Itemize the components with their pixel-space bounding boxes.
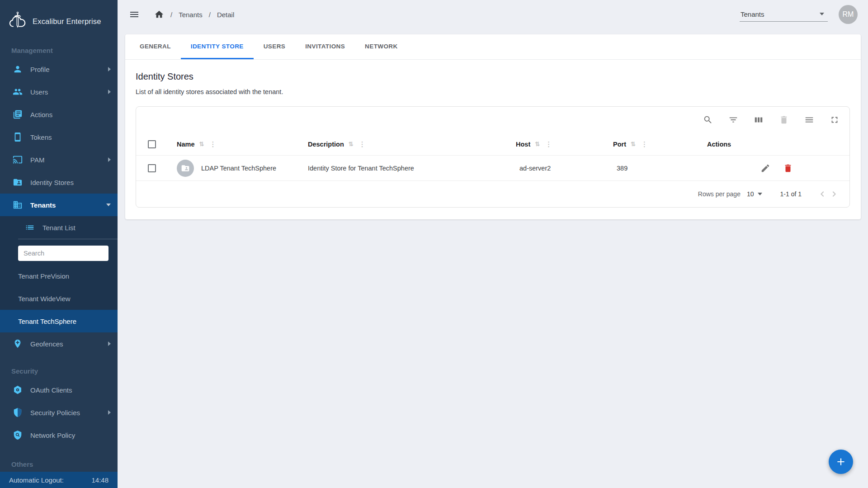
table-row[interactable]: LDAP Tenant TechSphere Identity Store fo…: [136, 156, 849, 181]
row-checkbox[interactable]: [148, 164, 156, 172]
tab-identity-store[interactable]: IDENTITY STORE: [181, 34, 254, 59]
rows-per-page-select[interactable]: 10: [747, 190, 762, 198]
brand: Excalibur Enterprise: [0, 0, 118, 43]
sidebar-item-tokens[interactable]: Tokens: [0, 126, 118, 148]
previous-page-button[interactable]: [817, 188, 829, 200]
arrow-drop-down-icon: [820, 13, 824, 15]
column-header-port[interactable]: Port ⇅ ⋮: [613, 140, 703, 148]
arrow-drop-down-icon: [758, 193, 762, 195]
delete-row-button[interactable]: [783, 163, 793, 173]
sidebar-item-actions[interactable]: Actions: [0, 103, 118, 126]
sidebar-item-pam[interactable]: PAM: [0, 148, 118, 171]
cell-description: Identity Store for Tenant TechSphere: [308, 165, 516, 172]
sort-icon[interactable]: ⇅: [199, 141, 204, 147]
hamburger-icon: [129, 9, 140, 20]
column-header-actions: Actions: [703, 141, 849, 148]
auto-logout-timer: 14:48: [91, 476, 108, 484]
context-select-value: Tenants: [741, 10, 764, 18]
select-all-checkbox[interactable]: [148, 140, 156, 148]
sidebar-item-oauth-clients[interactable]: OAuth Clients: [0, 379, 118, 401]
tenant-item-prevision[interactable]: Tenant PreVision: [0, 265, 118, 287]
sidebar-item-tenant-list[interactable]: Tenant List: [0, 216, 118, 239]
topbar: / Tenants / Detail Tenants RM: [118, 0, 868, 29]
sidebar-item-users[interactable]: Users: [0, 81, 118, 103]
density-icon: [804, 115, 814, 125]
sidebar-item-tenants[interactable]: Tenants: [0, 194, 118, 216]
tenant-search-input[interactable]: [18, 246, 108, 261]
cast-icon: [13, 155, 23, 165]
home-icon: [154, 9, 164, 19]
context-select[interactable]: Tenants: [740, 8, 828, 22]
tenant-item-techsphere[interactable]: Tenant TechSphere: [0, 310, 118, 332]
menu-toggle-button[interactable]: [129, 8, 142, 21]
policy-shield-icon: [13, 430, 23, 440]
trash-icon: [783, 163, 793, 173]
tenant-item-wideview[interactable]: Tenant WideView: [0, 287, 118, 310]
person-icon: [13, 64, 23, 74]
search-button[interactable]: [703, 115, 713, 125]
sidebar-item-profile[interactable]: Profile: [0, 58, 118, 81]
tab-bar: GENERAL IDENTITY STORE USERS INVITATIONS…: [125, 34, 861, 60]
fullscreen-icon: [830, 115, 840, 125]
filter-icon: [728, 115, 738, 125]
auto-logout-bar: Automatic Logout: 14:48: [0, 472, 118, 488]
excalibur-logo-icon: [7, 11, 28, 32]
building-icon: [13, 200, 23, 210]
table-pagination: Rows per page 10 1-1 of 1: [136, 181, 849, 207]
next-page-button[interactable]: [829, 188, 840, 200]
column-header-host[interactable]: Host ⇅ ⋮: [516, 140, 613, 148]
tenants-submenu: Tenant List Tenant PreVision Tenant Wide…: [0, 216, 118, 332]
app-root: Excalibur Enterprise Management Profile …: [0, 0, 868, 488]
delete-selected-button[interactable]: [779, 115, 789, 125]
spacer: [0, 446, 118, 456]
columns-icon: [754, 115, 764, 125]
identity-store-avatar: [177, 160, 194, 177]
column-menu-icon[interactable]: ⋮: [359, 140, 366, 148]
sidebar-item-security-policies[interactable]: Security Policies: [0, 401, 118, 424]
cell-host: ad-server2: [516, 165, 613, 172]
column-header-name[interactable]: Name ⇅ ⋮: [177, 140, 308, 148]
chevron-right-icon: [108, 67, 111, 71]
sidebar-item-network-policy[interactable]: Network Policy: [0, 424, 118, 446]
user-avatar[interactable]: RM: [839, 5, 858, 24]
sort-icon[interactable]: ⇅: [349, 141, 354, 147]
column-menu-icon[interactable]: ⋮: [641, 140, 648, 148]
columns-button[interactable]: [754, 115, 764, 125]
breadcrumb-home[interactable]: [154, 9, 164, 19]
pagination-range: 1-1 of 1: [780, 190, 802, 198]
auto-logout-label: Automatic Logout:: [9, 476, 64, 484]
breadcrumb-tenants[interactable]: Tenants: [179, 11, 203, 19]
cell-port: 389: [613, 165, 703, 172]
tab-invitations[interactable]: INVITATIONS: [295, 34, 355, 59]
tab-general[interactable]: GENERAL: [130, 34, 181, 59]
page-title: Identity Stores: [136, 71, 850, 82]
column-header-description[interactable]: Description ⇅ ⋮: [308, 140, 516, 148]
breadcrumb-detail: Detail: [217, 11, 234, 19]
chevron-left-icon: [817, 189, 828, 199]
column-menu-icon[interactable]: ⋮: [545, 140, 552, 148]
library-icon: [13, 109, 23, 119]
breadcrumb-separator: /: [209, 11, 211, 19]
table-header-row: Name ⇅ ⋮ Description ⇅ ⋮ Host ⇅ ⋮: [136, 133, 849, 156]
smartphone-icon: [13, 132, 23, 142]
chevron-right-icon: [108, 157, 111, 162]
sidebar-item-geofences[interactable]: Geofences: [0, 332, 118, 355]
list-icon: [25, 223, 35, 232]
sidebar: Excalibur Enterprise Management Profile …: [0, 0, 118, 488]
add-identity-store-fab[interactable]: [829, 450, 853, 474]
sort-icon[interactable]: ⇅: [631, 141, 636, 147]
sidebar-item-identity-stores[interactable]: Identity Stores: [0, 171, 118, 194]
sort-icon[interactable]: ⇅: [535, 141, 540, 147]
density-button[interactable]: [804, 115, 814, 125]
page-subtitle: List of all identity stores associated w…: [136, 88, 850, 95]
column-menu-icon[interactable]: ⋮: [209, 140, 216, 148]
detail-card: GENERAL IDENTITY STORE USERS INVITATIONS…: [125, 34, 861, 219]
fullscreen-button[interactable]: [830, 115, 840, 125]
trash-icon: [779, 115, 789, 125]
token-icon: [13, 385, 23, 395]
chevron-right-icon: [108, 341, 111, 346]
edit-row-button[interactable]: [760, 163, 770, 173]
tab-users[interactable]: USERS: [254, 34, 296, 59]
tab-network[interactable]: NETWORK: [355, 34, 408, 59]
filter-button[interactable]: [728, 115, 738, 125]
